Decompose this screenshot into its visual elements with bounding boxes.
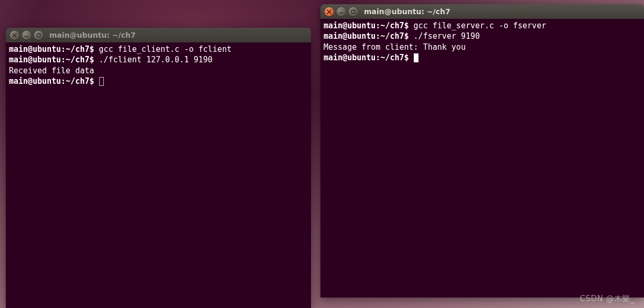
titlebar[interactable]: main@ubuntu: ~/ch7 bbox=[6, 28, 311, 42]
command-text bbox=[94, 76, 99, 86]
svg-rect-0 bbox=[37, 34, 40, 37]
cursor-icon bbox=[414, 53, 418, 62]
minimize-icon[interactable] bbox=[22, 31, 31, 40]
window-title: main@ubuntu: ~/ch7 bbox=[49, 31, 136, 39]
window-title: main@ubuntu: ~/ch7 bbox=[364, 7, 450, 16]
output-text: Message from client: Thank you bbox=[324, 42, 466, 52]
command-text: ./fclient 127.0.0.1 9190 bbox=[94, 55, 213, 64]
minimize-icon[interactable] bbox=[337, 7, 346, 16]
maximize-icon[interactable] bbox=[34, 31, 43, 40]
close-icon[interactable] bbox=[325, 7, 334, 16]
terminal-window-server[interactable]: main@ubuntu: ~/ch7 main@ubuntu:~/ch7$ gc… bbox=[320, 4, 644, 298]
command-text: gcc file_server.c -o fserver bbox=[409, 21, 546, 30]
titlebar[interactable]: main@ubuntu: ~/ch7 bbox=[320, 4, 644, 19]
cursor-icon bbox=[99, 77, 104, 86]
command-text: ./fserver 9190 bbox=[409, 31, 480, 41]
prompt: main@ubuntu:~/ch7$ bbox=[9, 55, 94, 64]
prompt: main@ubuntu:~/ch7$ bbox=[324, 53, 409, 62]
prompt: main@ubuntu:~/ch7$ bbox=[324, 31, 409, 41]
close-icon[interactable] bbox=[10, 31, 19, 40]
command-text: gcc file_client.c -o fclient bbox=[94, 45, 232, 54]
prompt: main@ubuntu:~/ch7$ bbox=[9, 76, 94, 86]
prompt: main@ubuntu:~/ch7$ bbox=[324, 21, 409, 30]
maximize-icon[interactable] bbox=[349, 7, 358, 16]
terminal-body[interactable]: main@ubuntu:~/ch7$ gcc file_client.c -o … bbox=[6, 42, 311, 308]
output-text: Received file data bbox=[9, 66, 94, 75]
desktop: main@ubuntu: ~/ch7 main@ubuntu:~/ch7$ gc… bbox=[0, 0, 644, 308]
terminal-body[interactable]: main@ubuntu:~/ch7$ gcc file_server.c -o … bbox=[320, 19, 644, 298]
svg-rect-1 bbox=[352, 10, 355, 13]
prompt: main@ubuntu:~/ch7$ bbox=[9, 45, 94, 54]
terminal-window-client[interactable]: main@ubuntu: ~/ch7 main@ubuntu:~/ch7$ gc… bbox=[6, 28, 311, 308]
command-text bbox=[409, 53, 414, 62]
